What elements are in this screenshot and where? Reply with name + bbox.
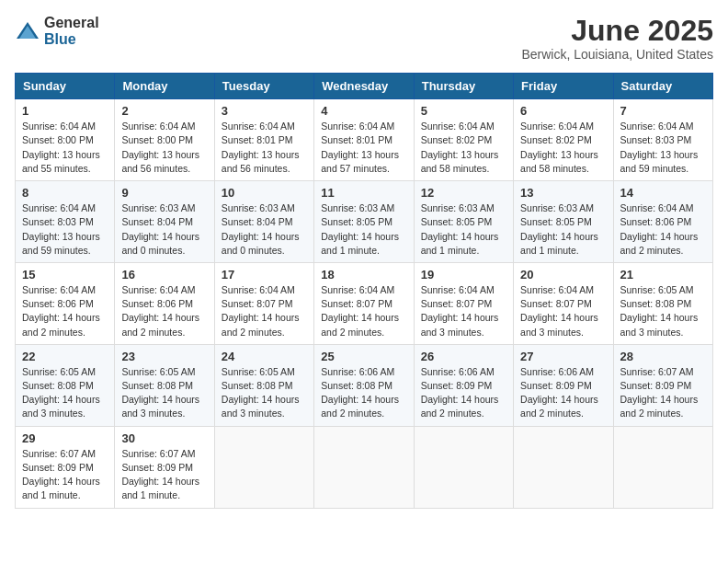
day-info: Sunrise: 6:03 AM Sunset: 8:05 PM Dayligh…	[321, 201, 406, 258]
calendar-cell: 12Sunrise: 6:03 AM Sunset: 8:05 PM Dayli…	[414, 181, 513, 263]
day-info: Sunrise: 6:05 AM Sunset: 8:08 PM Dayligh…	[22, 365, 108, 421]
day-of-week-header: Saturday	[613, 74, 712, 99]
title-block: June 2025 Berwick, Louisiana, United Sta…	[521, 15, 713, 62]
day-info: Sunrise: 6:06 AM Sunset: 8:08 PM Dayligh…	[321, 365, 406, 421]
day-info: Sunrise: 6:04 AM Sunset: 8:02 PM Dayligh…	[421, 120, 506, 176]
calendar-cell: 11Sunrise: 6:03 AM Sunset: 8:05 PM Dayli…	[314, 181, 414, 263]
calendar-cell: 4Sunrise: 6:04 AM Sunset: 8:01 PM Daylig…	[314, 99, 414, 181]
day-info: Sunrise: 6:04 AM Sunset: 8:02 PM Dayligh…	[520, 120, 606, 176]
day-number: 2	[121, 104, 207, 118]
calendar-cell: 8Sunrise: 6:04 AM Sunset: 8:03 PM Daylig…	[16, 181, 115, 263]
day-info: Sunrise: 6:03 AM Sunset: 8:05 PM Dayligh…	[520, 201, 606, 258]
calendar-table: SundayMondayTuesdayWednesdayThursdayFrid…	[15, 73, 713, 508]
day-number: 30	[121, 431, 207, 445]
calendar-cell: 19Sunrise: 6:04 AM Sunset: 8:07 PM Dayli…	[414, 262, 513, 344]
day-number: 8	[22, 186, 108, 200]
day-info: Sunrise: 6:07 AM Sunset: 8:09 PM Dayligh…	[22, 447, 108, 503]
day-of-week-header: Sunday	[16, 74, 115, 99]
calendar-cell: 26Sunrise: 6:06 AM Sunset: 8:09 PM Dayli…	[414, 344, 513, 426]
page-header: General Blue June 2025 Berwick, Louisian…	[15, 15, 713, 62]
day-info: Sunrise: 6:04 AM Sunset: 8:07 PM Dayligh…	[520, 283, 606, 339]
calendar-cell	[214, 426, 313, 508]
day-number: 3	[222, 104, 307, 118]
calendar-cell: 9Sunrise: 6:03 AM Sunset: 8:04 PM Daylig…	[115, 181, 214, 263]
day-info: Sunrise: 6:04 AM Sunset: 8:07 PM Dayligh…	[421, 283, 506, 339]
logo-icon	[15, 18, 40, 44]
day-number: 4	[321, 104, 406, 118]
day-info: Sunrise: 6:05 AM Sunset: 8:08 PM Dayligh…	[121, 365, 207, 421]
calendar-cell: 18Sunrise: 6:04 AM Sunset: 8:07 PM Dayli…	[314, 262, 414, 344]
calendar-week-row: 1Sunrise: 6:04 AM Sunset: 8:00 PM Daylig…	[16, 99, 713, 181]
day-number: 5	[421, 104, 506, 118]
day-of-week-header: Friday	[514, 74, 613, 99]
calendar-cell: 10Sunrise: 6:03 AM Sunset: 8:04 PM Dayli…	[214, 181, 313, 263]
day-number: 23	[121, 350, 207, 363]
day-number: 18	[321, 268, 406, 282]
calendar-cell: 7Sunrise: 6:04 AM Sunset: 8:03 PM Daylig…	[613, 99, 712, 181]
calendar-cell: 3Sunrise: 6:04 AM Sunset: 8:01 PM Daylig…	[214, 99, 313, 181]
calendar-cell: 27Sunrise: 6:06 AM Sunset: 8:09 PM Dayli…	[514, 344, 613, 426]
day-info: Sunrise: 6:04 AM Sunset: 8:03 PM Dayligh…	[620, 120, 706, 176]
calendar-week-row: 29Sunrise: 6:07 AM Sunset: 8:09 PM Dayli…	[16, 426, 713, 508]
day-info: Sunrise: 6:05 AM Sunset: 8:08 PM Dayligh…	[620, 283, 706, 339]
day-info: Sunrise: 6:04 AM Sunset: 8:07 PM Dayligh…	[321, 283, 406, 339]
logo: General Blue	[15, 15, 99, 47]
calendar-cell: 13Sunrise: 6:03 AM Sunset: 8:05 PM Dayli…	[514, 181, 613, 263]
day-number: 6	[520, 104, 606, 118]
day-info: Sunrise: 6:06 AM Sunset: 8:09 PM Dayligh…	[421, 365, 506, 421]
calendar-cell: 16Sunrise: 6:04 AM Sunset: 8:06 PM Dayli…	[115, 262, 214, 344]
day-number: 29	[22, 431, 108, 445]
day-info: Sunrise: 6:04 AM Sunset: 8:00 PM Dayligh…	[22, 120, 108, 176]
day-info: Sunrise: 6:03 AM Sunset: 8:05 PM Dayligh…	[421, 201, 506, 258]
day-number: 17	[222, 268, 307, 282]
day-info: Sunrise: 6:04 AM Sunset: 8:07 PM Dayligh…	[222, 283, 307, 339]
calendar-cell: 6Sunrise: 6:04 AM Sunset: 8:02 PM Daylig…	[514, 99, 613, 181]
day-number: 20	[520, 268, 606, 282]
day-info: Sunrise: 6:04 AM Sunset: 8:00 PM Dayligh…	[121, 120, 207, 176]
day-number: 1	[22, 104, 108, 118]
calendar-cell: 2Sunrise: 6:04 AM Sunset: 8:00 PM Daylig…	[115, 99, 214, 181]
day-info: Sunrise: 6:04 AM Sunset: 8:01 PM Dayligh…	[321, 120, 406, 176]
calendar-cell: 5Sunrise: 6:04 AM Sunset: 8:02 PM Daylig…	[414, 99, 513, 181]
day-number: 27	[520, 350, 606, 363]
day-number: 16	[121, 268, 207, 282]
logo-text: General Blue	[44, 15, 99, 47]
day-number: 9	[121, 186, 207, 200]
calendar-cell: 29Sunrise: 6:07 AM Sunset: 8:09 PM Dayli…	[16, 426, 115, 508]
day-of-week-header: Thursday	[414, 74, 513, 99]
day-number: 26	[421, 350, 506, 363]
day-info: Sunrise: 6:03 AM Sunset: 8:04 PM Dayligh…	[222, 201, 307, 258]
day-info: Sunrise: 6:04 AM Sunset: 8:06 PM Dayligh…	[620, 201, 706, 258]
calendar-week-row: 8Sunrise: 6:04 AM Sunset: 8:03 PM Daylig…	[16, 181, 713, 263]
day-info: Sunrise: 6:03 AM Sunset: 8:04 PM Dayligh…	[121, 201, 207, 258]
day-number: 10	[222, 186, 307, 200]
day-info: Sunrise: 6:05 AM Sunset: 8:08 PM Dayligh…	[222, 365, 307, 421]
calendar-cell: 15Sunrise: 6:04 AM Sunset: 8:06 PM Dayli…	[16, 262, 115, 344]
day-info: Sunrise: 6:04 AM Sunset: 8:06 PM Dayligh…	[121, 283, 207, 339]
day-of-week-header: Monday	[115, 74, 214, 99]
day-number: 13	[520, 186, 606, 200]
day-number: 21	[620, 268, 706, 282]
day-info: Sunrise: 6:07 AM Sunset: 8:09 PM Dayligh…	[620, 365, 706, 421]
calendar-cell: 20Sunrise: 6:04 AM Sunset: 8:07 PM Dayli…	[514, 262, 613, 344]
calendar-week-row: 15Sunrise: 6:04 AM Sunset: 8:06 PM Dayli…	[16, 262, 713, 344]
day-number: 19	[421, 268, 506, 282]
month-title: June 2025	[521, 15, 713, 47]
logo-blue-text: Blue	[44, 31, 99, 48]
calendar-cell: 1Sunrise: 6:04 AM Sunset: 8:00 PM Daylig…	[16, 99, 115, 181]
calendar-cell: 14Sunrise: 6:04 AM Sunset: 8:06 PM Dayli…	[613, 181, 712, 263]
calendar-cell	[514, 426, 613, 508]
calendar-cell	[314, 426, 414, 508]
calendar-cell: 21Sunrise: 6:05 AM Sunset: 8:08 PM Dayli…	[613, 262, 712, 344]
calendar-cell: 25Sunrise: 6:06 AM Sunset: 8:08 PM Dayli…	[314, 344, 414, 426]
day-number: 14	[620, 186, 706, 200]
calendar-cell: 22Sunrise: 6:05 AM Sunset: 8:08 PM Dayli…	[16, 344, 115, 426]
day-info: Sunrise: 6:07 AM Sunset: 8:09 PM Dayligh…	[121, 447, 207, 503]
calendar-cell: 24Sunrise: 6:05 AM Sunset: 8:08 PM Dayli…	[214, 344, 313, 426]
day-number: 7	[620, 104, 706, 118]
calendar-cell	[613, 426, 712, 508]
day-number: 22	[22, 350, 108, 363]
day-number: 12	[421, 186, 506, 200]
day-info: Sunrise: 6:06 AM Sunset: 8:09 PM Dayligh…	[520, 365, 606, 421]
calendar-cell: 17Sunrise: 6:04 AM Sunset: 8:07 PM Dayli…	[214, 262, 313, 344]
